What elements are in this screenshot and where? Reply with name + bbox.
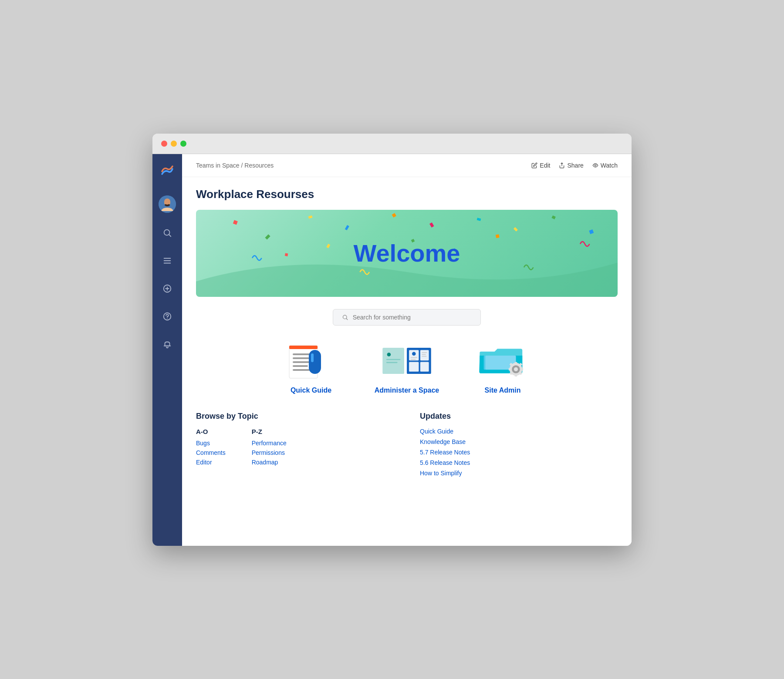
quick-guide-card[interactable]: Quick Guide — [276, 341, 346, 394]
svg-rect-43 — [409, 362, 419, 371]
site-admin-label: Site Admin — [485, 387, 521, 394]
svg-rect-12 — [265, 234, 270, 239]
maximize-button[interactable] — [180, 141, 186, 147]
minimize-button[interactable] — [171, 141, 177, 147]
svg-rect-48 — [422, 352, 427, 353]
logo-icon[interactable] — [160, 163, 174, 180]
topbar-actions: Edit Share — [531, 162, 618, 169]
sidebar-help-icon[interactable] — [159, 309, 175, 324]
svg-point-55 — [514, 367, 518, 371]
svg-rect-36 — [382, 348, 404, 374]
browse-col-ao: A-O Bugs Comments Editor — [196, 428, 226, 468]
page-title: Workplace Resourses — [196, 188, 618, 201]
site-admin-card[interactable]: Site Admin — [468, 341, 537, 394]
svg-rect-15 — [392, 213, 396, 217]
svg-rect-34 — [309, 350, 321, 374]
share-button[interactable]: Share — [559, 162, 583, 169]
breadcrumb: Teams in Space / Resources — [196, 162, 274, 169]
svg-rect-46 — [411, 357, 417, 358]
svg-rect-11 — [233, 220, 238, 225]
browse-pz-heading: P-Z — [252, 428, 287, 435]
sidebar-create-icon[interactable] — [159, 281, 175, 296]
update-link-knowledgebase[interactable]: Knowledge Base — [420, 438, 618, 445]
browse-link-permissions[interactable]: Permissions — [252, 449, 287, 456]
browse-link-performance[interactable]: Performance — [252, 440, 287, 447]
administer-space-label: Administer a Space — [375, 387, 439, 394]
svg-rect-13 — [308, 215, 313, 218]
watch-label: Watch — [601, 162, 618, 169]
svg-rect-38 — [386, 359, 401, 360]
svg-rect-20 — [589, 229, 594, 234]
svg-point-37 — [387, 353, 391, 356]
svg-rect-24 — [326, 243, 330, 248]
update-link-quickguide[interactable]: Quick Guide — [420, 428, 618, 435]
svg-rect-56 — [515, 362, 517, 364]
browse-ao-heading: A-O — [196, 428, 226, 435]
welcome-banner: Welcome — [196, 210, 618, 297]
sidebar-search-icon[interactable] — [159, 225, 175, 241]
svg-rect-42 — [420, 350, 429, 360]
svg-rect-32 — [293, 365, 308, 367]
svg-rect-33 — [293, 369, 310, 371]
main-content: Teams in Space / Resources Edit — [182, 154, 632, 546]
svg-point-45 — [412, 352, 416, 356]
svg-rect-18 — [514, 227, 518, 231]
svg-rect-19 — [551, 215, 556, 219]
search-bar[interactable] — [333, 309, 481, 326]
site-admin-icon — [476, 341, 529, 380]
watch-button[interactable]: Watch — [592, 162, 618, 169]
update-link-simplify[interactable]: How to Simplify — [420, 470, 618, 477]
browse-columns: A-O Bugs Comments Editor P-Z Performance… — [196, 428, 394, 468]
edit-label: Edit — [540, 162, 550, 169]
browse-link-editor[interactable]: Editor — [196, 459, 226, 466]
svg-rect-47 — [411, 359, 416, 360]
close-button[interactable] — [161, 141, 167, 147]
sidebar-menu-icon[interactable] — [159, 253, 175, 269]
svg-point-10 — [595, 165, 596, 166]
svg-point-4 — [164, 198, 170, 205]
search-container — [196, 309, 618, 326]
svg-point-8 — [167, 318, 168, 319]
svg-rect-44 — [420, 362, 429, 371]
topbar: Teams in Space / Resources Edit — [182, 154, 632, 177]
svg-rect-29 — [293, 353, 311, 355]
svg-rect-30 — [293, 357, 309, 359]
quick-guide-label: Quick Guide — [291, 387, 331, 394]
updates-section: Updates Quick Guide Knowledge Base 5.7 R… — [420, 412, 618, 480]
edit-button[interactable]: Edit — [531, 162, 550, 169]
svg-rect-17 — [477, 218, 481, 221]
updates-title: Updates — [420, 412, 618, 421]
svg-rect-21 — [285, 253, 288, 256]
browse-link-bugs[interactable]: Bugs — [196, 440, 226, 447]
update-link-57[interactable]: 5.7 Release Notes — [420, 449, 618, 456]
svg-rect-16 — [429, 222, 434, 228]
svg-rect-59 — [521, 368, 524, 370]
bottom-section: Browse by Topic A-O Bugs Comments Editor… — [196, 412, 618, 489]
app-window: Teams in Space / Resources Edit — [152, 134, 632, 546]
browse-link-roadmap[interactable]: Roadmap — [252, 459, 287, 466]
sidebar — [152, 154, 182, 546]
svg-rect-50 — [422, 356, 426, 356]
browse-section: Browse by Topic A-O Bugs Comments Editor… — [196, 412, 394, 480]
cards-row: Quick Guide — [196, 341, 618, 394]
browse-col-pz: P-Z Performance Permissions Roadmap — [252, 428, 287, 468]
search-bar-icon — [342, 314, 348, 321]
user-avatar[interactable] — [159, 195, 176, 213]
administer-space-card[interactable]: Administer a Space — [372, 341, 442, 394]
svg-rect-58 — [509, 368, 511, 370]
update-link-56[interactable]: 5.6 Release Notes — [420, 459, 618, 466]
sidebar-notifications-icon[interactable] — [159, 336, 175, 352]
title-bar — [152, 134, 632, 154]
share-label: Share — [567, 162, 583, 169]
page-content: Workplace Resourses — [182, 177, 632, 499]
svg-rect-28 — [289, 346, 318, 349]
browse-link-comments[interactable]: Comments — [196, 449, 226, 456]
search-input[interactable] — [353, 314, 472, 321]
svg-rect-23 — [496, 234, 500, 238]
welcome-heading: Welcome — [354, 239, 460, 267]
app-body: Teams in Space / Resources Edit — [152, 154, 632, 546]
svg-rect-57 — [515, 374, 517, 376]
svg-rect-35 — [311, 353, 314, 362]
administer-space-icon — [381, 341, 433, 380]
browse-title: Browse by Topic — [196, 412, 394, 421]
